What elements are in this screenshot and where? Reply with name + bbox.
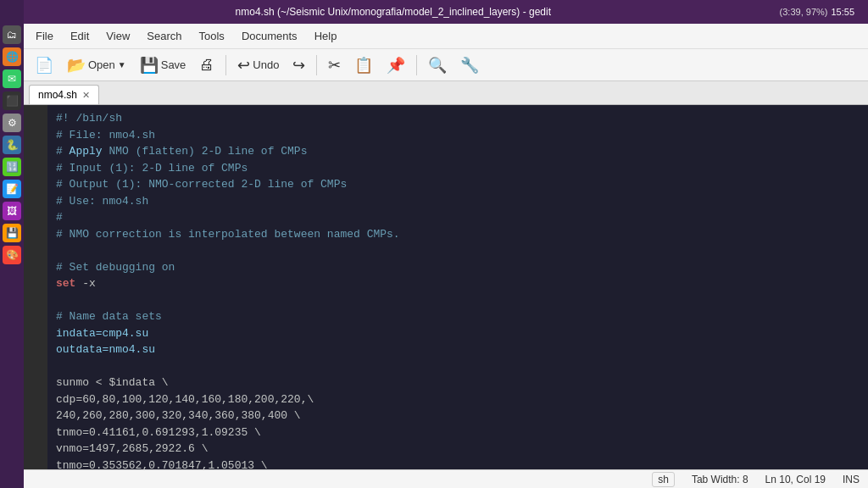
tab-filename: nmo4.sh — [38, 89, 77, 101]
open-chevron-icon: ▼ — [118, 60, 126, 69]
editor-container: #! /bin/sh # File: nmo4.sh # Apply NMO (… — [47, 105, 868, 469]
system-tray: (3:39, 97%) 15:55 — [780, 0, 861, 24]
sidebar-icon-browser[interactable]: 🌐 — [3, 47, 21, 66]
paste-button[interactable]: 📌 — [381, 52, 411, 79]
sidebar-icon-settings[interactable]: ⚙ — [3, 114, 21, 132]
file-tab[interactable]: nmo4.sh ✕ — [29, 85, 99, 104]
cut-icon: ✂ — [328, 56, 341, 75]
cut-button[interactable]: ✂ — [322, 52, 347, 79]
paste-icon: 📌 — [387, 56, 405, 75]
tab-close-button[interactable]: ✕ — [82, 90, 90, 101]
undo-button[interactable]: ↩ Undo — [231, 52, 285, 79]
sidebar-icon-paint[interactable]: 🎨 — [3, 246, 21, 264]
menu-help[interactable]: Help — [306, 26, 346, 46]
sidebar-icon-img[interactable]: 🖼 — [3, 202, 21, 220]
toolbar-separator-3 — [416, 55, 417, 75]
replace-button[interactable]: 🔧 — [454, 52, 485, 79]
menu-tools[interactable]: Tools — [191, 26, 233, 46]
sidebar-icon-calc[interactable]: 🔢 — [3, 158, 21, 176]
menu-edit[interactable]: Edit — [62, 26, 97, 46]
sidebar-icon-email[interactable]: ✉ — [3, 69, 21, 88]
sidebar-icon-files[interactable]: 🗂 — [3, 25, 21, 44]
copy-button[interactable]: 📋 — [348, 52, 379, 79]
copy-icon: 📋 — [354, 56, 373, 75]
statusbar-tab-width[interactable]: Tab Width: 8 — [692, 474, 748, 485]
find-icon: 🔍 — [428, 56, 447, 75]
tray-battery: (3:39, 97%) — [780, 7, 828, 17]
redo-icon: ↪ — [292, 56, 305, 75]
menu-view[interactable]: View — [97, 26, 138, 46]
statusbar-language[interactable]: sh — [652, 472, 675, 487]
sidebar-icon-text[interactable]: 📝 — [3, 180, 21, 198]
editor[interactable]: #! /bin/sh # File: nmo4.sh # Apply NMO (… — [47, 105, 868, 469]
statusbar: sh Tab Width: 8 Ln 10, Col 19 INS — [24, 469, 868, 488]
print-icon: 🖨 — [199, 56, 214, 74]
open-label: Open — [88, 58, 115, 71]
new-button[interactable]: 📄 — [29, 52, 59, 79]
sidebar-icon-python[interactable]: 🐍 — [3, 136, 21, 154]
statusbar-cursor: Ln 10, Col 19 — [765, 474, 826, 485]
undo-label: Undo — [253, 58, 279, 71]
menu-search[interactable]: Search — [138, 26, 190, 46]
toolbar-separator-2 — [316, 55, 317, 75]
menubar: File Edit View Search Tools Documents He… — [24, 24, 868, 49]
toolbar-separator-1 — [225, 55, 226, 75]
tray-time: 15:55 — [831, 7, 854, 17]
sidebar-icon-terminal[interactable]: ⬛ — [3, 92, 21, 110]
save-label: Save — [161, 58, 186, 71]
toolbar: 📄 📂 Open ▼ 💾 Save 🖨 ↩ Undo ↪ ✂ 📋 — [24, 49, 868, 81]
titlebar-title: nmo4.sh (~/Seismic Unix/monografia/model… — [7, 6, 780, 18]
undo-icon: ↩ — [237, 56, 250, 75]
print-button[interactable]: 🖨 — [193, 52, 220, 78]
save-button[interactable]: 💾 Save — [134, 52, 192, 79]
menu-documents[interactable]: Documents — [233, 26, 306, 46]
menu-file[interactable]: File — [27, 26, 62, 46]
statusbar-mode: INS — [843, 474, 860, 485]
replace-icon: 🔧 — [460, 56, 479, 75]
open-icon: 📂 — [67, 56, 86, 75]
sidebar: 🗂 🌐 ✉ ⬛ ⚙ 🐍 🔢 📝 🖼 💾 🎨 — [0, 0, 24, 488]
new-icon: 📄 — [35, 56, 53, 75]
save-icon: 💾 — [140, 56, 159, 75]
find-button[interactable]: 🔍 — [422, 52, 453, 79]
sidebar-icon-usb[interactable]: 💾 — [3, 224, 21, 242]
open-button[interactable]: 📂 Open ▼ — [61, 52, 132, 79]
titlebar: nmo4.sh (~/Seismic Unix/monografia/model… — [0, 0, 868, 24]
redo-button[interactable]: ↪ — [287, 52, 311, 79]
tabbar: nmo4.sh ✕ — [24, 81, 868, 105]
